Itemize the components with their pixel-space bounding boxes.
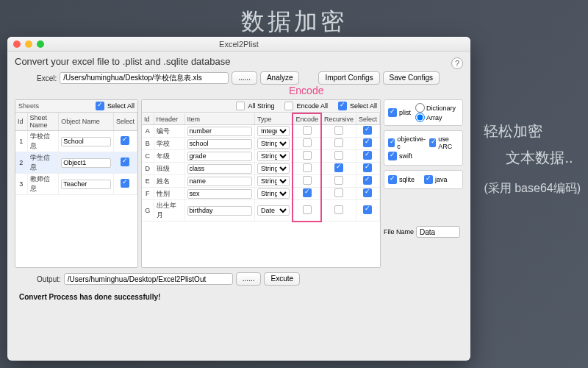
promo-line2: 文本数据.. [506, 144, 581, 171]
items-select-all-checkbox[interactable] [338, 102, 347, 110]
type-select[interactable]: Date [257, 205, 290, 216]
window-controls [13, 40, 44, 48]
promo-line3: (采用 base64编码) [484, 178, 581, 199]
sqlite-checkbox[interactable] [388, 175, 397, 184]
minimize-icon[interactable] [25, 40, 32, 48]
row-select-checkbox[interactable] [363, 138, 372, 147]
table-row: 3教师信息 [15, 174, 137, 195]
table-row: A编号Integer [142, 125, 380, 138]
col-encode: Encode [293, 113, 321, 125]
sheets-select-all-label: Select All [107, 102, 135, 110]
filename-input[interactable] [416, 226, 460, 238]
recursive-checkbox[interactable] [334, 205, 343, 214]
item-input[interactable] [187, 152, 252, 161]
encode-checkbox[interactable] [303, 205, 312, 214]
encode-checkbox[interactable] [303, 163, 312, 172]
excel-label: Excel: [37, 74, 57, 82]
all-string-checkbox[interactable] [236, 102, 245, 110]
encode-checkbox[interactable] [303, 126, 312, 135]
item-input[interactable] [187, 206, 252, 216]
col-header: Header [154, 113, 184, 125]
object-input[interactable] [61, 137, 111, 146]
recursive-checkbox[interactable] [334, 188, 343, 197]
row-select-checkbox[interactable] [121, 136, 129, 145]
recursive-checkbox[interactable] [334, 163, 343, 172]
item-input[interactable] [187, 177, 252, 186]
type-select[interactable]: String [257, 151, 290, 161]
items-panel: All String Encode All Select All Id Head… [141, 99, 381, 268]
item-input[interactable] [187, 139, 252, 149]
java-checkbox[interactable] [424, 175, 433, 184]
row-select-checkbox[interactable] [363, 126, 372, 135]
execute-button[interactable]: Excute [264, 272, 300, 286]
close-icon[interactable] [13, 40, 21, 48]
recursive-checkbox[interactable] [334, 138, 343, 147]
table-row: E姓名String [142, 175, 380, 188]
table-row: 1学校信息 [15, 131, 137, 152]
output-path-input[interactable] [64, 273, 233, 285]
sheets-select-all-checkbox[interactable] [96, 102, 104, 110]
recursive-checkbox[interactable] [334, 126, 343, 135]
analyze-button[interactable]: Analyze [260, 71, 300, 85]
col-id: Id [142, 113, 154, 125]
row-select-checkbox[interactable] [363, 205, 372, 214]
encode-checkbox[interactable] [303, 138, 312, 147]
col-select: Select [356, 113, 379, 125]
promo-line1: 轻松加密 [484, 118, 581, 144]
row-select-checkbox[interactable] [363, 163, 372, 172]
help-button[interactable]: ? [451, 57, 463, 69]
table-row: 2学生信息 [15, 152, 137, 174]
array-radio[interactable] [415, 113, 425, 122]
col-object: Object Name [59, 113, 114, 131]
row-select-checkbox[interactable] [363, 151, 372, 160]
plist-label: plist [399, 109, 411, 116]
col-sheet: Sheet Name [27, 113, 59, 131]
type-select[interactable]: String [257, 163, 290, 174]
plist-checkbox[interactable] [388, 108, 397, 117]
db-group: sqlite java [384, 170, 463, 189]
sheets-table: Id Sheet Name Object Name Select 1学校信息 2… [15, 113, 137, 195]
recursive-checkbox[interactable] [334, 176, 343, 185]
swift-checkbox[interactable] [388, 152, 397, 160]
objc-checkbox[interactable] [388, 138, 395, 147]
recursive-checkbox[interactable] [334, 151, 343, 160]
object-input[interactable] [61, 180, 111, 189]
lang-group: objective-c use ARC swift [384, 130, 463, 166]
type-select[interactable]: String [257, 138, 290, 149]
items-select-all-label: Select All [350, 102, 377, 110]
row-select-checkbox[interactable] [121, 158, 129, 166]
type-select[interactable]: String [257, 176, 290, 186]
item-input[interactable] [187, 164, 252, 174]
promo-sidebar: 轻松加密 文本数据.. (采用 base64编码) [484, 118, 581, 199]
excel-path-input[interactable] [60, 72, 229, 84]
table-row: D班级String [142, 163, 380, 175]
promo-title: 数据加密 [0, 0, 588, 38]
output-browse-button[interactable]: ...... [236, 272, 262, 286]
sheets-panel: Sheets Select All Id Sheet Name Object N… [15, 99, 138, 268]
dictionary-radio[interactable] [415, 103, 425, 113]
encode-checkbox[interactable] [303, 176, 312, 185]
filename-label: File Name [384, 228, 414, 236]
app-window: Excel2Plist Convert your excel file to .… [7, 37, 470, 361]
item-input[interactable] [187, 189, 252, 199]
row-select-checkbox[interactable] [363, 176, 372, 185]
table-row: G出生年月Date [142, 200, 380, 222]
save-configs-button[interactable]: Save Configs [383, 71, 440, 85]
encode-all-checkbox[interactable] [284, 102, 293, 110]
encode-checkbox[interactable] [303, 188, 312, 197]
object-input[interactable] [61, 158, 111, 168]
zoom-icon[interactable] [37, 40, 44, 48]
row-select-checkbox[interactable] [121, 179, 129, 188]
titlebar: Excel2Plist [7, 37, 470, 52]
import-configs-button[interactable]: Import Configs [318, 71, 379, 85]
col-select: Select [113, 113, 137, 131]
row-select-checkbox[interactable] [363, 188, 372, 197]
type-select[interactable]: Integer [257, 126, 290, 136]
encode-checkbox[interactable] [303, 151, 312, 160]
item-input[interactable] [187, 127, 252, 136]
table-row: B学校String [142, 138, 380, 150]
excel-browse-button[interactable]: ...... [232, 71, 257, 85]
type-select[interactable]: String [257, 188, 290, 199]
arc-checkbox[interactable] [429, 138, 436, 147]
encode-all-label: Encode All [296, 102, 328, 110]
